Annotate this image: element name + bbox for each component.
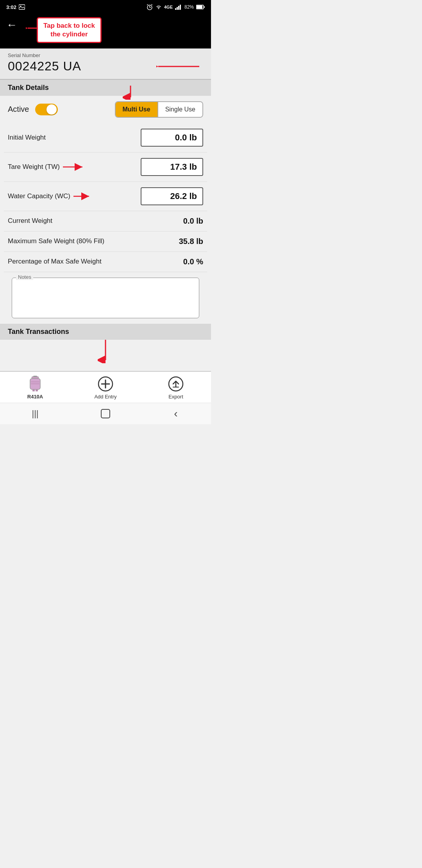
active-label: Active: [8, 105, 29, 114]
multi-use-button[interactable]: Multi Use: [116, 102, 157, 117]
water-arrow-annotation: [73, 192, 93, 200]
svg-rect-12: [197, 5, 202, 9]
battery-icon: [196, 5, 205, 9]
active-row: Active Multi Use Single Use: [4, 96, 207, 123]
tank-transactions-header: Tank Transactions: [0, 324, 211, 340]
wifi-icon: [156, 4, 162, 10]
tare-weight-input[interactable]: [141, 158, 203, 176]
back-button[interactable]: ←: [6, 19, 17, 31]
tank-details-header: Tank Details: [0, 80, 211, 96]
max-safe-weight-row: Maximum Safe Weight (80% Fill) 35.8 lb: [4, 231, 207, 252]
status-icons: 4GE 82%: [146, 4, 205, 10]
status-time: 3:02: [6, 4, 25, 10]
svg-rect-0: [19, 5, 25, 9]
notes-label: Notes: [16, 274, 33, 280]
signal-bars-icon: [175, 4, 182, 10]
export-circle-icon: [168, 376, 184, 392]
max-safe-weight-label: Maximum Safe Weight (80% Fill): [8, 237, 104, 245]
tooltip-box: Tap back to lockthe cylinder: [37, 17, 102, 43]
svg-line-5: [147, 4, 148, 5]
notes-wrapper: Notes: [12, 278, 199, 318]
plus-circle-icon: [98, 376, 113, 392]
serial-number-value: 0024225 UA: [8, 59, 81, 74]
current-weight-label: Current Weight: [8, 217, 52, 225]
nav-item-add-entry[interactable]: Add Entry: [70, 376, 141, 400]
initial-weight-row: Initial Weight: [4, 123, 207, 152]
time-display: 3:02: [6, 4, 16, 10]
export-icon: [168, 376, 184, 392]
nav-item-export[interactable]: Export: [141, 376, 211, 400]
svg-rect-30: [31, 381, 39, 382]
toggle-knob: [46, 104, 57, 115]
percentage-value: 0.0 %: [183, 257, 203, 266]
svg-rect-31: [31, 383, 39, 384]
use-buttons[interactable]: Multi Use Single Use: [115, 101, 204, 118]
nav-item-r410a[interactable]: R410A: [0, 376, 70, 400]
tare-weight-label: Tare Weight (TW): [8, 163, 60, 171]
status-bar: 3:02 4GE 82%: [0, 0, 211, 14]
current-weight-value: 0.0 lb: [183, 217, 203, 226]
tare-arrow-annotation: [63, 163, 86, 171]
max-safe-weight-value: 35.8 lb: [179, 237, 203, 246]
water-capacity-label: Water Capacity (WC): [8, 192, 70, 200]
serial-label: Serial Number: [8, 52, 203, 58]
r410a-nav-label: R410A: [27, 394, 43, 400]
active-toggle[interactable]: [35, 104, 58, 115]
water-capacity-row: Water Capacity (WC): [4, 182, 207, 211]
network-type: 4GE: [164, 5, 173, 9]
single-use-button[interactable]: Single Use: [158, 102, 202, 117]
home-circle-icon: [100, 408, 111, 419]
svg-rect-39: [101, 409, 110, 418]
bottom-nav: R410A Add Entry Export: [0, 371, 211, 403]
initial-weight-label: Initial Weight: [8, 134, 46, 142]
battery-percentage: 82%: [184, 4, 194, 10]
svg-line-6: [151, 4, 152, 5]
svg-rect-28: [32, 389, 35, 391]
tare-weight-row: Tare Weight (TW): [4, 152, 207, 182]
tank-details-content: Active Multi Use Single Use: [0, 96, 211, 324]
tank-icon: [28, 376, 43, 392]
current-weight-row: Current Weight 0.0 lb: [4, 211, 207, 231]
svg-rect-9: [178, 6, 179, 10]
percentage-row: Percentage of Max Safe Weight 0.0 %: [4, 252, 207, 272]
svg-rect-32: [33, 376, 37, 377]
multiuse-arrow-annotation: [123, 86, 138, 100]
image-icon: [19, 4, 25, 10]
add-entry-nav-label: Add Entry: [94, 394, 116, 400]
water-capacity-input[interactable]: [141, 187, 203, 205]
tooltip-text: Tap back to lockthe cylinder: [43, 22, 95, 38]
initial-weight-input[interactable]: [141, 129, 203, 147]
serial-number-section: Serial Number 0024225 UA: [0, 48, 211, 79]
system-nav-bar: ||| ‹: [0, 403, 211, 424]
alarm-icon: [146, 4, 153, 10]
tank-transactions-content: [0, 340, 211, 371]
svg-rect-7: [175, 8, 176, 10]
sys-home-button[interactable]: [94, 408, 117, 420]
sys-menu-button[interactable]: |||: [23, 408, 47, 420]
svg-rect-29: [36, 389, 38, 391]
serial-arrow-annotation: [156, 61, 203, 72]
transactions-arrow-annotation: [98, 340, 113, 363]
add-entry-icon: [97, 376, 114, 392]
top-nav: ← Tap back to lockthe cylinder: [0, 14, 211, 48]
notes-textarea[interactable]: [12, 281, 199, 316]
svg-rect-13: [204, 6, 205, 8]
percentage-label: Percentage of Max Safe Weight: [8, 258, 102, 265]
svg-rect-8: [177, 7, 178, 10]
export-nav-label: Export: [168, 394, 183, 400]
active-left: Active: [8, 104, 58, 115]
tank-nav-icon: [27, 376, 43, 392]
sys-back-button[interactable]: ‹: [164, 408, 188, 420]
notes-section: Notes: [4, 272, 207, 324]
svg-rect-10: [180, 5, 181, 10]
